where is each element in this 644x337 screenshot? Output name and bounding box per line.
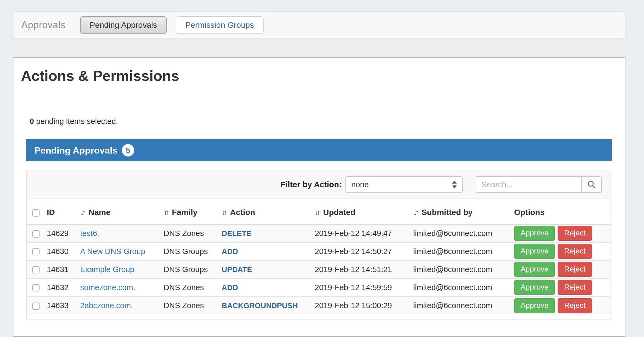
cell-family: DNS Zones	[164, 297, 222, 315]
approve-button[interactable]: Approve	[514, 262, 555, 277]
sort-icon[interactable]: ↓↑	[413, 208, 417, 217]
action-filter-value: none	[351, 180, 369, 189]
filter-label: Filter by Action:	[281, 180, 342, 189]
table-row: 14631 Example Group DNS Groups UPDATE 20…	[27, 260, 611, 279]
item-name-link[interactable]: A New DNS Group	[80, 247, 145, 256]
table-row: 14630 A New DNS Group DNS Groups ADD 201…	[27, 242, 611, 260]
section-title: Actions & Permissions	[21, 67, 625, 84]
row-checkbox[interactable]	[32, 248, 40, 255]
row-checkbox[interactable]	[32, 230, 40, 238]
count-badge: 5	[122, 144, 134, 157]
cell-family: DNS Zones	[164, 279, 222, 297]
row-checkbox[interactable]	[32, 284, 40, 291]
cell-updated: 2019-Feb-12 14:59:59	[315, 279, 413, 297]
column-header-name[interactable]: ↓↑Name	[80, 199, 164, 224]
main-card: Actions & Permissions 0 pending items se…	[13, 57, 625, 337]
search-button[interactable]	[581, 176, 602, 193]
column-header-family[interactable]: ↓↑Family	[164, 199, 222, 224]
cell-updated: 2019-Feb-12 14:50:27	[315, 242, 413, 260]
page-header: Approvals Pending Approvals Permission G…	[13, 11, 625, 39]
approvals-table: ID ↓↑Name ↓↑Family ↓↑Action ↓↑Updated ↓↑…	[27, 199, 611, 315]
action-link[interactable]: ADD	[222, 283, 238, 292]
reject-button[interactable]: Reject	[558, 280, 592, 295]
cell-updated: 2019-Feb-12 14:49:47	[315, 224, 413, 242]
search-input[interactable]	[476, 176, 581, 193]
search-icon	[587, 180, 596, 189]
sort-icon[interactable]: ↓↑	[222, 208, 225, 217]
cell-id: 14631	[47, 260, 80, 279]
select-arrows-icon	[452, 181, 457, 189]
column-header-id: ID	[47, 199, 80, 224]
item-name-link[interactable]: somezone.com.	[80, 283, 135, 292]
cell-submitted-by: limited@6connect.com	[413, 242, 514, 260]
sort-icon[interactable]: ↓↑	[80, 208, 84, 217]
action-link[interactable]: ADD	[222, 247, 238, 256]
table-header-row: ID ↓↑Name ↓↑Family ↓↑Action ↓↑Updated ↓↑…	[27, 199, 611, 224]
approve-button[interactable]: Approve	[514, 226, 555, 241]
selected-count: 0	[30, 117, 34, 126]
filter-bar: Filter by Action: none	[27, 171, 611, 199]
selected-summary: 0 pending items selected.	[30, 117, 625, 126]
column-header-options: Options	[514, 199, 611, 224]
panel-title: Pending Approvals	[34, 145, 118, 156]
action-filter-select[interactable]: none	[345, 176, 463, 193]
tab-pending-approvals[interactable]: Pending Approvals	[80, 16, 167, 34]
cell-submitted-by: limited@6connect.com	[413, 224, 514, 242]
cell-family: DNS Groups	[164, 260, 222, 279]
cell-id: 14632	[47, 279, 80, 297]
column-header-submitted-by[interactable]: ↓↑Submitted by	[413, 199, 514, 224]
cell-family: DNS Groups	[164, 242, 222, 260]
search-group	[476, 176, 602, 193]
table-row: 14633 2abczone.com. DNS Zones BACKGROUND…	[27, 297, 611, 315]
row-checkbox[interactable]	[32, 303, 40, 310]
table-row: 14629 test6. DNS Zones DELETE 2019-Feb-1…	[27, 224, 611, 242]
reject-button[interactable]: Reject	[558, 226, 592, 241]
approve-button[interactable]: Approve	[514, 244, 555, 259]
cell-submitted-by: limited@6connect.com	[413, 260, 514, 279]
cell-updated: 2019-Feb-12 14:51:21	[315, 260, 413, 279]
column-header-updated[interactable]: ↓↑Updated	[315, 199, 413, 224]
cell-updated: 2019-Feb-12 15:00:29	[315, 297, 413, 315]
panel-header: Pending Approvals 5	[26, 139, 612, 161]
approve-button[interactable]: Approve	[514, 280, 555, 295]
action-link[interactable]: UPDATE	[222, 265, 252, 274]
row-checkbox[interactable]	[32, 266, 40, 273]
cell-submitted-by: limited@6connect.com	[413, 297, 514, 315]
action-link[interactable]: BACKGROUNDPUSH	[222, 301, 298, 310]
sort-icon[interactable]: ↓↑	[164, 208, 167, 217]
selected-text: pending items selected.	[36, 117, 118, 126]
cell-id: 14629	[47, 224, 80, 242]
page-title: Approvals	[21, 19, 66, 31]
reject-button[interactable]: Reject	[558, 262, 592, 277]
reject-button[interactable]: Reject	[558, 244, 592, 259]
approvals-table-container: Filter by Action: none	[26, 171, 611, 319]
table-row: 14632 somezone.com. DNS Zones ADD 2019-F…	[27, 279, 611, 297]
item-name-link[interactable]: 2abczone.com.	[80, 301, 133, 310]
reject-button[interactable]: Reject	[558, 298, 592, 313]
sort-icon[interactable]: ↓↑	[315, 208, 318, 217]
cell-id: 14630	[47, 242, 80, 260]
column-header-action[interactable]: ↓↑Action	[222, 199, 315, 224]
item-name-link[interactable]: test6.	[80, 229, 99, 238]
cell-id: 14633	[47, 297, 80, 315]
item-name-link[interactable]: Example Group	[80, 265, 135, 274]
select-all-checkbox[interactable]	[32, 209, 40, 217]
cell-family: DNS Zones	[164, 224, 222, 242]
action-link[interactable]: DELETE	[222, 229, 251, 238]
cell-submitted-by: limited@6connect.com	[413, 279, 514, 297]
tab-permission-groups[interactable]: Permission Groups	[176, 16, 264, 34]
approve-button[interactable]: Approve	[514, 298, 555, 313]
